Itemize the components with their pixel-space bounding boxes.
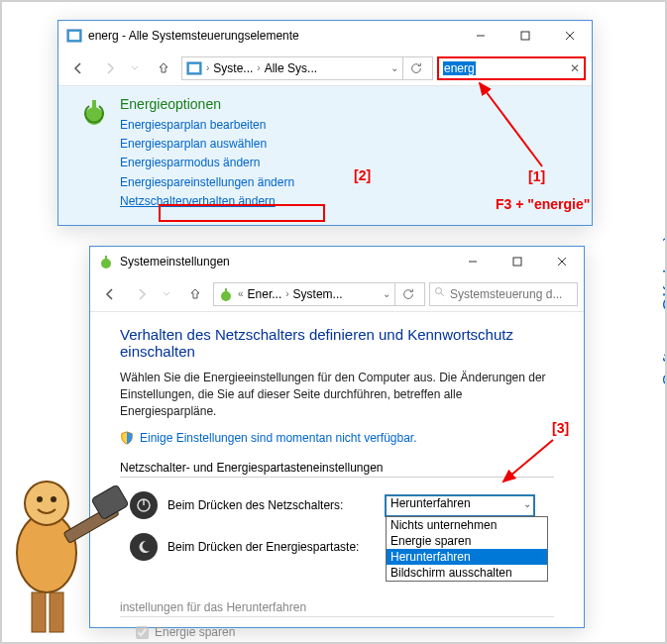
breadcrumb-sep-icon: ›	[206, 62, 209, 73]
svg-rect-17	[225, 288, 227, 293]
chevron-down-icon[interactable]: ⌄	[390, 62, 398, 73]
page-title: Verhalten des Netzschalters definieren u…	[120, 326, 554, 360]
result-link[interactable]: Energiesparmodus ändern	[120, 154, 572, 172]
row-label: Beim Drücken des Netzschalters:	[167, 498, 376, 512]
window-title: energ - Alle Systemsteuerungselemente	[88, 29, 458, 43]
search-input[interactable]	[450, 287, 573, 301]
control-panel-search-window: energ - Alle Systemsteuerungselemente › …	[57, 20, 593, 226]
svg-point-27	[51, 496, 56, 502]
svg-rect-13	[513, 258, 521, 266]
forward-button[interactable]	[96, 54, 124, 82]
svg-point-26	[37, 496, 43, 502]
search-input[interactable]: energ	[443, 61, 476, 75]
clear-search-icon[interactable]: ✕	[570, 61, 580, 75]
breadcrumb-sep-icon: ›	[285, 288, 288, 299]
forward-button[interactable]	[128, 280, 156, 308]
combo-option[interactable]: Nichts unternehmen	[387, 517, 547, 533]
power-button-action-combo[interactable]: Herunterfahren	[386, 495, 534, 516]
svg-point-18	[436, 288, 442, 294]
result-body: Energieoptionen Energiesparplan bearbeit…	[120, 96, 572, 211]
mascot-logo	[0, 444, 131, 642]
nav-toolbar: « Ener... › System... ⌄	[90, 276, 584, 312]
checkbox-label: Energie sparen	[155, 625, 235, 639]
svg-rect-31	[50, 592, 63, 632]
breadcrumb-part[interactable]: Syste...	[213, 61, 253, 75]
address-bar[interactable]: › Syste... › Alle Sys... ⌄	[181, 56, 433, 80]
svg-rect-7	[189, 64, 199, 72]
chevron-down-icon[interactable]: ⌄	[383, 288, 390, 299]
search-input-container: energ ✕	[437, 56, 586, 80]
back-button[interactable]	[96, 280, 124, 308]
admin-link-text: Einige Einstellungen sind momentan nicht…	[140, 431, 417, 445]
combo-option[interactable]: Energie sparen	[387, 533, 547, 549]
result-link[interactable]: Energiespareinstellungen ändern	[120, 173, 572, 192]
energy-save-checkbox	[136, 626, 149, 639]
search-icon	[434, 286, 446, 301]
svg-rect-11	[105, 256, 107, 261]
maximize-button[interactable]	[495, 247, 539, 276]
result-link-power-button[interactable]: Netzschalterverhalten ändern	[120, 192, 572, 211]
maximize-button[interactable]	[502, 21, 547, 51]
svg-point-25	[25, 482, 68, 525]
section-heading: Netzschalter- und Energiespartasteneinst…	[120, 461, 554, 478]
row-label: Beim Drücken der Energiespartaste:	[167, 540, 376, 554]
result-link[interactable]: Energiesparplan auswählen	[120, 135, 572, 154]
breadcrumb-sep-icon: ›	[257, 62, 260, 73]
up-button[interactable]	[181, 280, 209, 308]
breadcrumb-sep-icon: «	[238, 288, 244, 299]
svg-rect-30	[32, 592, 46, 632]
svg-line-19	[441, 293, 444, 296]
breadcrumb-part[interactable]: Ener...	[248, 287, 282, 301]
breadcrumb-part[interactable]: Alle Sys...	[265, 61, 317, 75]
close-button[interactable]	[547, 21, 592, 51]
page-description: Wählen Sie die Energieeinstellungen für …	[120, 370, 554, 419]
power-options-icon	[218, 286, 234, 302]
address-bar[interactable]: « Ener... › System... ⌄	[213, 282, 425, 306]
minimize-button[interactable]	[450, 247, 495, 276]
watermark-text: www.SoftwareOK.de :-)	[661, 235, 668, 431]
power-options-icon	[98, 254, 114, 269]
close-button[interactable]	[539, 247, 584, 276]
up-button[interactable]	[150, 54, 177, 82]
admin-settings-link[interactable]: Einige Einstellungen sind momentan nicht…	[120, 431, 554, 445]
recent-dropdown-icon[interactable]	[128, 54, 142, 82]
power-button-combo-wrap: Herunterfahren ⌄ Nichts unternehmen Ener…	[386, 495, 534, 516]
power-button-row: Beim Drücken des Netzschalters: Herunter…	[120, 491, 554, 519]
refresh-button[interactable]	[394, 282, 420, 306]
combo-option[interactable]: Bildschirm ausschalten	[387, 565, 547, 581]
nav-toolbar: › Syste... › Alle Sys... ⌄ energ ✕	[58, 51, 592, 86]
breadcrumb-part[interactable]: System...	[293, 287, 343, 301]
settings-content: Verhalten des Netzschalters definieren u…	[90, 312, 584, 644]
minimize-button[interactable]	[458, 21, 502, 51]
control-panel-icon	[66, 28, 82, 44]
recent-dropdown-icon[interactable]	[160, 280, 173, 308]
result-link[interactable]: Energiesparplan bearbeiten	[120, 116, 572, 135]
titlebar[interactable]: energ - Alle Systemsteuerungselemente	[58, 21, 592, 51]
svg-rect-3	[521, 32, 529, 40]
svg-rect-1	[69, 32, 79, 40]
svg-rect-9	[92, 100, 96, 110]
refresh-button[interactable]	[402, 56, 428, 80]
moon-icon	[130, 533, 158, 561]
system-settings-window: Systemeinstellungen « Ener... › System..…	[89, 246, 585, 628]
back-button[interactable]	[64, 54, 92, 82]
control-panel-icon	[186, 60, 202, 76]
result-item: Energieoptionen Energiesparplan bearbeit…	[78, 96, 572, 211]
checkbox-row: Energie sparen	[120, 625, 554, 639]
power-icon	[130, 491, 158, 519]
combo-dropdown: Nichts unternehmen Energie sparen Herunt…	[386, 516, 548, 582]
combo-option[interactable]: Herunterfahren	[387, 549, 547, 565]
search-input-container	[429, 282, 578, 306]
power-options-icon	[78, 96, 110, 128]
titlebar[interactable]: Systemeinstellungen	[90, 247, 584, 276]
result-title[interactable]: Energieoptionen	[120, 96, 572, 112]
search-results-pane: Energieoptionen Energiesparplan bearbeit…	[58, 86, 592, 225]
window-title: Systemeinstellungen	[120, 255, 450, 268]
section-heading-disabled: instellungen für das Herunterfahren	[120, 600, 554, 617]
